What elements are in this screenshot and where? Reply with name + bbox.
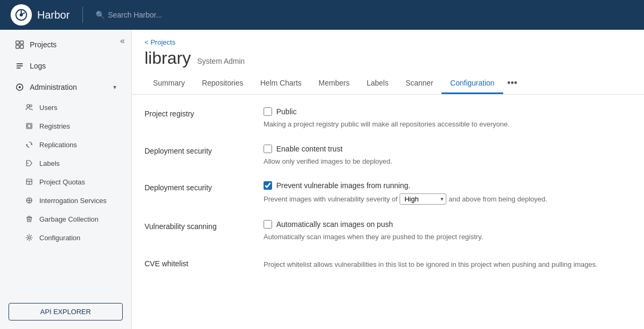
project-registry-description: Making a project registry public will ma… — [264, 119, 631, 130]
auto-scan-description: Automatically scan images when they are … — [264, 232, 631, 242]
tab-scanner[interactable]: Scanner — [397, 73, 442, 94]
svg-rect-5 — [20, 45, 23, 48]
prevent-vulnerable-checkbox[interactable] — [264, 181, 272, 190]
content-trust-checkbox[interactable] — [264, 145, 272, 153]
chevron-down-icon: ▾ — [113, 83, 116, 91]
sidebar-item-garbage-collection-label: Garbage Collection — [39, 215, 98, 223]
sidebar-item-registries-label: Registries — [39, 122, 70, 130]
page-subtitle: System Admin — [197, 57, 244, 65]
search-bar[interactable]: 🔍 Search Harbor... — [96, 11, 162, 19]
config-deployment-security-1-row: Deployment security Enable content trust… — [145, 145, 631, 167]
app-layout: « Projects Logs — [0, 30, 644, 329]
config-public-option-row: Public — [264, 107, 631, 116]
replications-icon — [24, 140, 34, 149]
tabs-bar: Summary Repositories Helm Charts Members… — [132, 72, 644, 95]
navbar-divider — [82, 7, 83, 23]
config-vulnerability-scanning-content: Automatically scan images on push Automa… — [264, 220, 631, 242]
navbar: Harbor 🔍 Search Harbor... — [0, 0, 644, 30]
svg-point-12 — [30, 105, 32, 107]
svg-rect-7 — [16, 65, 23, 66]
labels-icon — [24, 158, 34, 168]
config-project-registry-content: Public Making a project registry public … — [264, 107, 631, 130]
config-deployment-security-2-content: Prevent vulnerable images from running. … — [264, 181, 631, 205]
sidebar-item-project-quotas-label: Project Quotas — [39, 178, 85, 186]
administration-icon — [15, 82, 24, 92]
sidebar-collapse-button[interactable]: « — [120, 36, 125, 46]
sidebar-item-replications[interactable]: Replications — [9, 136, 127, 154]
administration-sub-items: Users Registries — [0, 98, 131, 247]
project-quotas-icon — [24, 177, 34, 187]
page-title: library — [145, 48, 191, 68]
svg-rect-2 — [16, 41, 19, 44]
config-project-registry-label: Project registry — [145, 107, 251, 130]
config-cve-whitelist-content: Project whitelist allows vulnerabilities… — [264, 257, 631, 270]
content-trust-description: Allow only verified images to be deploye… — [264, 156, 631, 167]
sidebar-item-logs[interactable]: Logs — [4, 56, 127, 76]
app-title: Harbor — [37, 9, 70, 21]
svg-rect-14 — [28, 124, 31, 128]
tab-members[interactable]: Members — [310, 73, 358, 94]
garbage-collection-icon — [24, 214, 34, 224]
auto-scan-option-row: Automatically scan images on push — [264, 220, 631, 229]
search-placeholder: Search Harbor... — [108, 11, 162, 19]
main-content: < Projects library System Admin Summary … — [132, 30, 644, 329]
sidebar-item-users[interactable]: Users — [9, 98, 127, 116]
tab-summary[interactable]: Summary — [145, 73, 193, 94]
config-cve-whitelist-row: CVE whitelist Project whitelist allows v… — [145, 257, 631, 270]
config-deployment-security-1-content: Enable content trust Allow only verified… — [264, 145, 631, 167]
sidebar-item-project-quotas[interactable]: Project Quotas — [9, 173, 127, 191]
breadcrumb[interactable]: < Projects — [132, 30, 644, 46]
tabs-more-button[interactable]: ••• — [503, 72, 522, 94]
sidebar-item-labels[interactable]: Labels — [9, 154, 127, 172]
sidebar-item-logs-label: Logs — [30, 62, 46, 70]
svg-rect-4 — [16, 45, 19, 48]
projects-icon — [15, 40, 24, 49]
harbor-logo-icon — [11, 4, 32, 26]
tab-repositories[interactable]: Repositories — [193, 73, 252, 94]
config-form: Project registry Public Making a project… — [132, 95, 644, 297]
tab-configuration[interactable]: Configuration — [442, 73, 503, 94]
prevent-vulnerable-label: Prevent vulnerable images from running. — [276, 181, 410, 190]
sidebar-item-garbage-collection[interactable]: Garbage Collection — [9, 210, 127, 228]
config-deployment-security-2-row: Deployment security Prevent vulnerable i… — [145, 181, 631, 205]
sidebar-administration-label: Administration — [30, 83, 77, 91]
prevent-vulnerability-description: Prevent images with vulnerability severi… — [264, 193, 631, 205]
svg-rect-8 — [16, 68, 21, 69]
prevent-text-after: and above from being deployed. — [448, 193, 547, 205]
config-vulnerability-scanning-row: Vulnerability scanning Automatically sca… — [145, 220, 631, 242]
svg-rect-6 — [16, 63, 23, 64]
navbar-logo: Harbor — [11, 4, 70, 26]
page-header: library System Admin — [132, 46, 644, 68]
sidebar-item-interrogation-services[interactable]: Interrogation Services — [9, 191, 127, 209]
project-registry-public-checkbox[interactable] — [264, 107, 272, 116]
tab-helm-charts[interactable]: Helm Charts — [252, 73, 310, 94]
search-icon: 🔍 — [96, 11, 105, 19]
prevent-text-before: Prevent images with vulnerability severi… — [264, 193, 397, 205]
cve-whitelist-description: Project whitelist allows vulnerabilities… — [264, 259, 631, 270]
sidebar: « Projects Logs — [0, 30, 132, 329]
project-registry-public-label: Public — [276, 107, 296, 116]
severity-select[interactable]: CriticalHighMediumLowNegligible — [400, 193, 446, 205]
sidebar-item-labels-label: Labels — [39, 159, 60, 167]
sidebar-item-configuration-label: Configuration — [39, 234, 80, 242]
auto-scan-label: Automatically scan images on push — [276, 220, 393, 229]
sidebar-item-configuration[interactable]: Configuration — [9, 229, 127, 247]
api-explorer-button[interactable]: API EXPLORER — [9, 303, 123, 320]
registries-icon — [24, 121, 34, 131]
sidebar-item-interrogation-services-label: Interrogation Services — [39, 197, 106, 205]
sidebar-item-registries[interactable]: Registries — [9, 117, 127, 135]
config-deployment-security-2-label: Deployment security — [145, 181, 251, 205]
interrogation-icon — [24, 196, 34, 205]
auto-scan-checkbox[interactable] — [264, 220, 272, 229]
content-trust-option-row: Enable content trust — [264, 145, 631, 153]
users-icon — [24, 103, 34, 112]
configuration-icon — [24, 233, 34, 242]
content-trust-label: Enable content trust — [276, 145, 343, 153]
prevent-vulnerable-option-row: Prevent vulnerable images from running. — [264, 181, 631, 190]
sidebar-item-replications-label: Replications — [39, 141, 77, 149]
sidebar-administration-section[interactable]: Administration ▾ — [4, 77, 127, 97]
severity-select-wrapper: CriticalHighMediumLowNegligible — [400, 193, 446, 205]
svg-point-11 — [27, 105, 30, 107]
sidebar-item-projects[interactable]: Projects — [4, 35, 127, 55]
tab-labels[interactable]: Labels — [358, 73, 397, 94]
